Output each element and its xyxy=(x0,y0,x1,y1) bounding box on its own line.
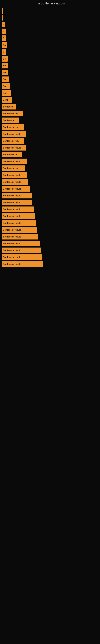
bar-27: Bottleneck result xyxy=(2,186,30,192)
bar-row-24: Bottleneck resu xyxy=(2,166,100,171)
bar-row-1 xyxy=(2,8,100,14)
bar-row-10: Bo xyxy=(2,70,100,75)
bar-row-12: Bott xyxy=(2,83,100,89)
bar-row-8: Bo xyxy=(2,56,100,62)
bar-label-11: Bot xyxy=(3,78,6,80)
bar-row-21: Bottleneck result xyxy=(2,145,100,150)
bar-label-7: B xyxy=(3,51,4,53)
bar-row-36: Bottleneck result xyxy=(2,248,100,253)
bar-20: Bottleneck resu xyxy=(2,138,24,144)
bar-34: Bottleneck result xyxy=(2,234,38,240)
bar-1 xyxy=(2,8,3,14)
bar-3: E xyxy=(2,22,5,27)
bar-row-3: E xyxy=(2,22,100,27)
bar-6: Bo xyxy=(2,42,7,48)
bar-row-30: Bottleneck result xyxy=(2,206,100,212)
bar-label-20: Bottleneck resu xyxy=(3,140,19,142)
bar-38: Bottleneck result xyxy=(2,261,43,267)
bar-row-16: Bottleneck res xyxy=(2,111,100,116)
bar-5: B xyxy=(2,36,6,41)
bar-label-14: Bottl xyxy=(3,98,8,101)
bar-row-35: Bottleneck result xyxy=(2,241,100,246)
bar-28: Bottleneck result xyxy=(2,193,32,198)
bar-row-22: Bottleneck re xyxy=(2,152,100,158)
bar-row-23: Bottleneck result xyxy=(2,158,100,164)
bar-label-4: B xyxy=(3,30,4,32)
bars-container: EBBBoBBoBoBoBotBottBottBottlBottlenecBot… xyxy=(0,6,100,268)
bar-row-13: Bott xyxy=(2,90,100,96)
bar-row-28: Bottleneck result xyxy=(2,193,100,198)
bar-label-27: Bottleneck result xyxy=(3,188,21,190)
bar-row-18: Bottleneck resu xyxy=(2,124,100,130)
bar-8: Bo xyxy=(2,56,8,62)
bar-row-20: Bottleneck resu xyxy=(2,138,100,144)
bar-row-5: B xyxy=(2,36,100,41)
bar-row-2 xyxy=(2,15,100,20)
bar-row-17: Bottleneck xyxy=(2,118,100,123)
bar-row-19: Bottleneck result xyxy=(2,131,100,137)
bar-row-33: Bottleneck result xyxy=(2,227,100,233)
bar-31: Bottleneck result xyxy=(2,213,35,219)
bar-22: Bottleneck re xyxy=(2,152,22,158)
bar-15: Bottlenec xyxy=(2,104,16,110)
bar-11: Bot xyxy=(2,76,9,82)
bar-label-32: Bottleneck result xyxy=(3,222,21,224)
bar-row-27: Bottleneck result xyxy=(2,186,100,192)
bar-label-31: Bottleneck result xyxy=(3,215,21,217)
bar-23: Bottleneck result xyxy=(2,158,27,164)
bar-row-11: Bot xyxy=(2,76,100,82)
bar-label-35: Bottleneck result xyxy=(3,242,21,245)
bar-19: Bottleneck result xyxy=(2,131,26,137)
bar-label-24: Bottleneck resu xyxy=(3,167,19,170)
bar-label-28: Bottleneck result xyxy=(3,194,21,197)
bar-24: Bottleneck resu xyxy=(2,166,25,171)
bar-row-25: Bottleneck result xyxy=(2,172,100,178)
bar-label-10: Bo xyxy=(3,71,6,74)
bar-label-13: Bott xyxy=(3,92,7,94)
bar-row-38: Bottleneck result xyxy=(2,261,100,267)
bar-row-6: Bo xyxy=(2,42,100,48)
bar-label-17: Bottleneck xyxy=(3,119,14,122)
bar-26: Bottleneck result xyxy=(2,179,28,185)
bar-label-8: Bo xyxy=(3,58,6,60)
bar-10: Bo xyxy=(2,70,8,75)
bar-16: Bottleneck res xyxy=(2,111,23,116)
bar-36: Bottleneck result xyxy=(2,248,41,253)
bar-row-26: Bottleneck result xyxy=(2,179,100,185)
bar-row-32: Bottleneck result xyxy=(2,220,100,226)
bar-label-26: Bottleneck result xyxy=(3,181,21,183)
bar-2 xyxy=(2,15,3,20)
bar-label-23: Bottleneck result xyxy=(3,160,21,162)
bar-row-7: B xyxy=(2,49,100,55)
bar-label-9: Bo xyxy=(3,64,6,67)
bar-label-25: Bottleneck result xyxy=(3,174,21,176)
bar-18: Bottleneck resu xyxy=(2,124,24,130)
bar-13: Bott xyxy=(2,90,11,96)
bar-9: Bo xyxy=(2,63,8,68)
bar-label-37: Bottleneck result xyxy=(3,256,21,258)
site-title: TheBottlenecker.com xyxy=(0,0,100,6)
bar-label-30: Bottleneck result xyxy=(3,208,21,210)
bar-12: Bott xyxy=(2,83,10,89)
bar-label-38: Bottleneck result xyxy=(3,263,21,265)
bar-label-19: Bottleneck result xyxy=(3,133,21,135)
bar-21: Bottleneck result xyxy=(2,145,26,150)
bar-14: Bottl xyxy=(2,97,12,103)
bar-label-3: E xyxy=(3,23,4,26)
bar-label-21: Bottleneck result xyxy=(3,146,21,149)
bar-row-9: Bo xyxy=(2,63,100,68)
bar-row-31: Bottleneck result xyxy=(2,213,100,219)
bar-row-15: Bottlenec xyxy=(2,104,100,110)
bar-label-33: Bottleneck result xyxy=(3,228,21,231)
bar-row-4: B xyxy=(2,28,100,34)
bar-label-6: Bo xyxy=(3,44,6,46)
bar-label-16: Bottleneck res xyxy=(3,112,18,115)
bar-label-29: Bottleneck result xyxy=(3,201,21,204)
bar-37: Bottleneck result xyxy=(2,254,42,260)
bar-29: Bottleneck result xyxy=(2,200,32,205)
bar-4: B xyxy=(2,28,6,34)
bar-25: Bottleneck result xyxy=(2,172,27,178)
bar-17: Bottleneck xyxy=(2,118,19,123)
bar-row-34: Bottleneck result xyxy=(2,234,100,240)
bar-row-29: Bottleneck result xyxy=(2,200,100,205)
